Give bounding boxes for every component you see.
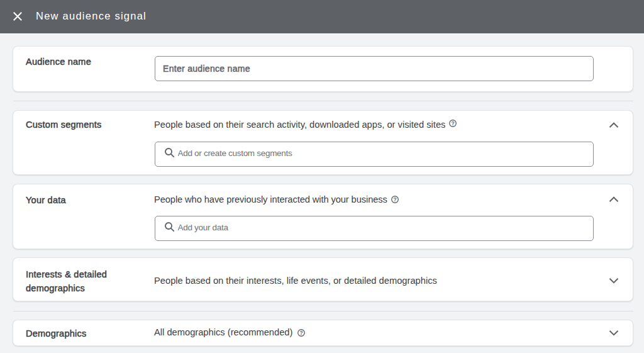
svg-text:?: ? xyxy=(299,330,303,336)
svg-text:?: ? xyxy=(393,196,396,203)
svg-text:?: ? xyxy=(451,120,454,126)
